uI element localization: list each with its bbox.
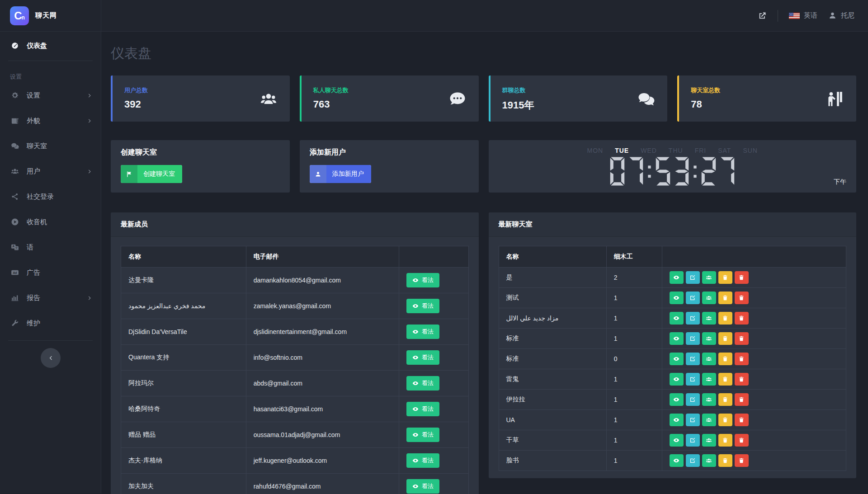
delete-room-button[interactable]	[735, 271, 749, 284]
view-room-button[interactable]	[670, 271, 684, 284]
edit-room-button[interactable]	[686, 332, 700, 345]
sidebar-collapse-button[interactable]	[41, 348, 61, 368]
eye-icon	[412, 277, 419, 283]
clear-room-button[interactable]	[718, 271, 732, 284]
view-member-button[interactable]: 看法	[406, 350, 439, 365]
view-member-button[interactable]: 看法	[406, 428, 439, 442]
view-member-button[interactable]: 看法	[406, 479, 439, 494]
member-row: 加夫加夫rahufd4676@gmail.com看法	[121, 474, 469, 494]
sidebar-item-dashboard[interactable]: 仪表盘	[0, 35, 101, 56]
sidebar: 仪表盘 设置 设置外貌聊天室用户社交登录收音机A文语Ad广告报告维护	[0, 32, 101, 494]
view-room-button[interactable]	[670, 373, 684, 386]
clear-room-button[interactable]	[718, 373, 732, 386]
clear-room-button[interactable]	[718, 332, 732, 345]
comments-icon	[10, 142, 20, 150]
user-menu[interactable]: 托尼	[828, 11, 854, 20]
eye-icon	[412, 354, 419, 361]
edit-room-button[interactable]	[686, 353, 700, 365]
room-actions	[662, 430, 846, 451]
member-email: zamalek.yanas@gmail.com	[246, 293, 399, 319]
view-room-button[interactable]	[670, 393, 684, 406]
edit-room-button[interactable]	[686, 454, 700, 467]
room-members-button[interactable]	[702, 271, 716, 284]
room-members-button[interactable]	[702, 312, 716, 325]
delete-room-button[interactable]	[735, 434, 749, 447]
edit-room-button[interactable]	[686, 393, 700, 406]
view-member-button[interactable]: 看法	[406, 325, 439, 339]
delete-room-button[interactable]	[735, 312, 749, 325]
delete-room-button[interactable]	[735, 393, 749, 406]
sidebar-item[interactable]: 外貌	[0, 108, 101, 133]
eye-icon	[412, 329, 419, 335]
sidebar-item[interactable]: 收音机	[0, 209, 101, 235]
sidebar-item[interactable]: 报告	[0, 285, 101, 311]
clear-room-button[interactable]	[718, 292, 732, 304]
view-room-button[interactable]	[670, 332, 684, 345]
external-link-icon[interactable]	[758, 11, 767, 20]
room-members-button[interactable]	[702, 353, 716, 365]
sidebar-divider	[8, 61, 93, 61]
view-room-button[interactable]	[670, 414, 684, 426]
edit-icon	[689, 396, 696, 403]
view-member-button[interactable]: 看法	[406, 453, 439, 468]
sidebar-item[interactable]: 社交登录	[0, 184, 101, 209]
delete-room-button[interactable]	[735, 292, 749, 304]
view-room-button[interactable]	[670, 353, 684, 365]
sidebar-item[interactable]: 用户	[0, 159, 101, 184]
member-row: 阿拉玛尔abds@gmail.com看法	[121, 371, 469, 396]
room-members-button[interactable]	[702, 434, 716, 447]
view-room-button[interactable]	[670, 292, 684, 304]
clear-room-button[interactable]	[718, 353, 732, 365]
delete-room-button[interactable]	[735, 332, 749, 345]
sidebar-item[interactable]: A文语	[0, 235, 101, 260]
users-icon	[706, 457, 712, 464]
room-members-button[interactable]	[702, 373, 716, 386]
clear-room-button[interactable]	[718, 312, 732, 325]
view-member-button[interactable]: 看法	[406, 402, 439, 416]
add-user-button[interactable]: 添加新用户	[310, 165, 371, 183]
delete-room-button[interactable]	[735, 373, 749, 386]
chart-bar-icon	[10, 294, 20, 302]
edit-room-button[interactable]	[686, 414, 700, 426]
room-members-button[interactable]	[702, 393, 716, 406]
clear-room-button[interactable]	[718, 454, 732, 467]
room-members-button[interactable]	[702, 292, 716, 304]
room-members-button[interactable]	[702, 332, 716, 345]
create-room-button[interactable]: 创建聊天室	[121, 165, 182, 183]
room-members-button[interactable]	[702, 454, 716, 467]
users-icon	[706, 274, 712, 281]
view-member-button[interactable]: 看法	[406, 299, 439, 313]
view-room-button[interactable]	[670, 454, 684, 467]
delete-room-button[interactable]	[735, 454, 749, 467]
language-menu[interactable]: 英语	[789, 11, 817, 20]
edit-room-button[interactable]	[686, 312, 700, 325]
clear-room-button[interactable]	[718, 434, 732, 447]
sidebar-item[interactable]: 设置	[0, 83, 101, 108]
view-member-button[interactable]: 看法	[406, 376, 439, 390]
view-room-button[interactable]	[670, 312, 684, 325]
person-icon	[310, 165, 326, 183]
sidebar-item[interactable]: 维护	[0, 311, 101, 336]
sidebar-item[interactable]: Ad广告	[0, 260, 101, 285]
delete-room-button[interactable]	[735, 414, 749, 426]
brand[interactable]: C n 聊天网	[0, 0, 101, 31]
eye-icon	[673, 417, 679, 423]
view-button-label: 看法	[422, 482, 434, 490]
person-booth-icon	[826, 90, 844, 108]
view-member-button[interactable]: 看法	[406, 273, 439, 287]
edit-room-button[interactable]	[686, 373, 700, 386]
room-members-button[interactable]	[702, 414, 716, 426]
edit-room-button[interactable]	[686, 292, 700, 304]
sidebar-item-label: 仪表盘	[27, 42, 47, 50]
view-room-button[interactable]	[670, 434, 684, 447]
meridiem-label: 下午	[834, 178, 846, 186]
edit-room-button[interactable]	[686, 434, 700, 447]
edit-room-button[interactable]	[686, 271, 700, 284]
trash-icon	[722, 457, 728, 464]
clear-room-button[interactable]	[718, 414, 732, 426]
add-user-title: 添加新用户	[310, 148, 469, 157]
clear-room-button[interactable]	[718, 393, 732, 406]
delete-room-button[interactable]	[735, 353, 749, 365]
sidebar-item[interactable]: 聊天室	[0, 133, 101, 159]
room-row: 标准1	[499, 329, 846, 349]
